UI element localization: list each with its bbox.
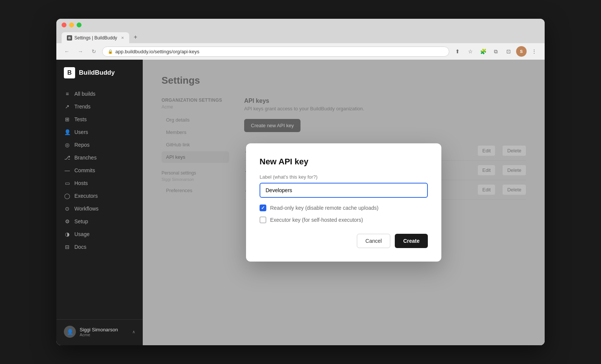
readonly-hint: (disable remote cache uploads) — [305, 205, 378, 211]
back-button[interactable]: ← — [62, 46, 72, 57]
sidebar-item-label: Branches — [74, 155, 97, 161]
profile-avatar[interactable]: S — [516, 46, 527, 57]
split-button[interactable]: ⊡ — [503, 46, 514, 57]
address-bar[interactable]: 🔒 app.buildbuddy.io/settings/org/api-key… — [102, 47, 449, 57]
tab-close-button[interactable]: × — [121, 35, 124, 41]
extensions-button[interactable]: 🧩 — [478, 46, 488, 57]
users-icon: 👤 — [64, 129, 71, 135]
repos-icon: ◎ — [64, 142, 71, 148]
sidebar-item-label: Commits — [74, 167, 95, 173]
tab-favicon: B — [67, 35, 72, 41]
sidebar-item-setup[interactable]: ⚙ Setup — [56, 215, 143, 228]
modal-title: New API key — [260, 157, 428, 167]
checkmark-icon: ✓ — [261, 205, 265, 211]
sidebar-item-label: Executors — [74, 193, 98, 199]
readonly-checkbox[interactable]: ✓ — [260, 205, 266, 211]
sidebar-item-tests[interactable]: ⊞ Tests — [56, 113, 143, 126]
refresh-button[interactable]: ↻ — [89, 46, 99, 57]
url-text: app.buildbuddy.io/settings/org/api-keys — [115, 49, 199, 54]
sidebar-item-trends[interactable]: ↗ Trends — [56, 100, 143, 113]
sidebar-item-label: Trends — [74, 104, 91, 110]
sidebar-expand-icon[interactable]: ∧ — [132, 329, 135, 334]
new-api-key-modal: New API key Label (what's this key for?)… — [246, 143, 441, 262]
sidebar-item-label: All builds — [74, 91, 95, 97]
sidebar-org: Acme — [80, 332, 128, 337]
browser-tab-active[interactable]: B Settings | BuildBuddy × — [62, 32, 129, 43]
sidebar-item-label: Users — [74, 129, 88, 135]
executor-label: Executor key (for self-hosted executors) — [270, 217, 363, 223]
bookmark-button[interactable]: ☆ — [465, 46, 476, 57]
label-input[interactable] — [260, 183, 428, 198]
docs-icon: ⊟ — [64, 244, 71, 250]
sidebar-item-usage[interactable]: ◑ Usage — [56, 228, 143, 241]
sidebar-button[interactable]: ⧉ — [491, 46, 501, 57]
label-hint: (what's this key for?) — [273, 174, 317, 180]
traffic-light-green[interactable] — [77, 23, 82, 27]
readonly-label: Read-only key (disable remote cache uplo… — [270, 205, 379, 211]
sidebar-footer: 👤 Siggi Simonarson Acme ∧ — [56, 319, 143, 338]
sidebar-item-commits[interactable]: — Commits — [56, 164, 143, 177]
lock-icon: 🔒 — [108, 49, 113, 54]
sidebar: B BuildBuddy ≡ All builds ↗ Trends ⊞ Tes… — [56, 60, 143, 345]
logo-text: BuildBuddy — [79, 69, 115, 77]
sidebar-item-label: Tests — [74, 116, 87, 122]
sidebar-item-executors[interactable]: ◯ Executors — [56, 190, 143, 202]
hosts-icon: ▭ — [64, 180, 71, 186]
cancel-button[interactable]: Cancel — [357, 234, 391, 248]
sidebar-username: Siggi Simonarson — [80, 327, 128, 332]
trends-icon: ↗ — [64, 104, 71, 110]
sidebar-item-label: Workflows — [74, 206, 98, 212]
readonly-key-row: ✓ Read-only key (disable remote cache up… — [260, 205, 428, 211]
sidebar-item-label: Usage — [74, 231, 89, 237]
tab-title: Settings | BuildBuddy — [74, 35, 117, 41]
sidebar-item-docs[interactable]: ⊟ Docs — [56, 241, 143, 253]
traffic-light-red[interactable] — [62, 23, 66, 27]
share-button[interactable]: ⬆ — [452, 46, 463, 57]
sidebar-item-branches[interactable]: ⎇ Branches — [56, 151, 143, 164]
executor-hint: (for self-hosted executors) — [302, 217, 363, 223]
executors-icon: ◯ — [64, 193, 71, 199]
executor-checkbox[interactable] — [260, 217, 266, 223]
sidebar-item-label: Repos — [74, 142, 89, 148]
label-field-label: Label (what's this key for?) — [260, 174, 428, 180]
tests-icon: ⊞ — [64, 116, 71, 122]
main-content: Settings Organization settings Acme Org … — [143, 60, 545, 345]
user-avatar: 👤 — [64, 326, 76, 338]
sidebar-nav: ≡ All builds ↗ Trends ⊞ Tests 👤 Users ◎ — [56, 87, 143, 319]
sidebar-item-label: Hosts — [74, 180, 88, 186]
branches-icon: ⎇ — [64, 155, 71, 161]
sidebar-item-all-builds[interactable]: ≡ All builds — [56, 87, 143, 100]
new-tab-button[interactable]: + — [130, 31, 141, 43]
workflows-icon: ⊙ — [64, 206, 71, 212]
create-button[interactable]: Create — [395, 234, 428, 248]
sidebar-logo: B BuildBuddy — [56, 67, 143, 87]
sidebar-item-hosts[interactable]: ▭ Hosts — [56, 177, 143, 190]
executor-key-row: Executor key (for self-hosted executors) — [260, 217, 428, 223]
modal-actions: Cancel Create — [260, 234, 428, 248]
commits-icon: — — [64, 167, 71, 173]
sidebar-item-label: Docs — [74, 244, 86, 250]
sidebar-user-info: Siggi Simonarson Acme — [80, 327, 128, 337]
all-builds-icon: ≡ — [64, 91, 71, 97]
sidebar-item-workflows[interactable]: ⊙ Workflows — [56, 202, 143, 215]
usage-icon: ◑ — [64, 231, 71, 237]
setup-icon: ⚙ — [64, 218, 71, 224]
traffic-light-yellow[interactable] — [69, 23, 74, 27]
sidebar-item-repos[interactable]: ◎ Repos — [56, 138, 143, 151]
modal-overlay: New API key Label (what's this key for?)… — [143, 60, 545, 345]
sidebar-item-users[interactable]: 👤 Users — [56, 126, 143, 138]
forward-button[interactable]: → — [75, 46, 86, 57]
logo-icon: B — [64, 67, 75, 78]
menu-button[interactable]: ⋮ — [529, 46, 539, 57]
sidebar-item-label: Setup — [74, 218, 88, 224]
